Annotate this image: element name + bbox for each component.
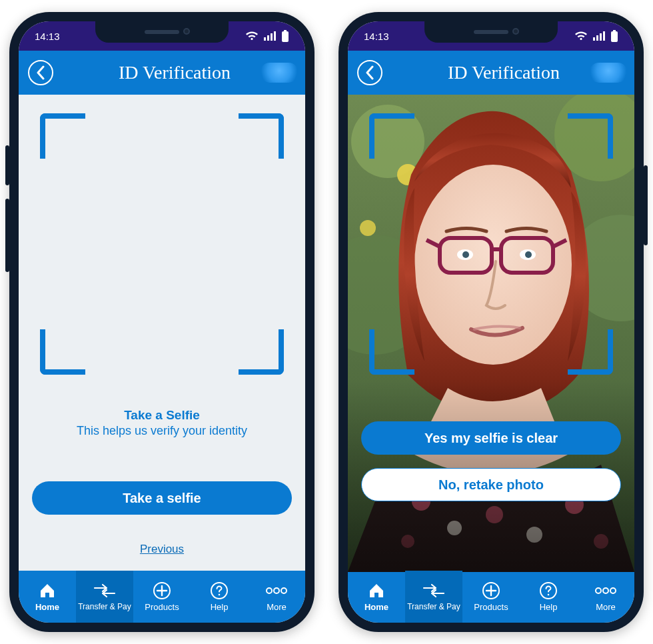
brand-logo [260,63,299,83]
tab-more-label: More [596,603,616,612]
svg-rect-1 [267,35,269,41]
wifi-icon [574,31,588,41]
tab-more[interactable]: More [577,571,634,623]
tab-help[interactable]: Help [191,571,248,623]
take-selfie-button[interactable]: Take a selfie [32,481,292,515]
svg-rect-16 [613,30,616,31]
chevron-left-icon [364,65,375,80]
svg-rect-0 [264,37,266,41]
status-time: 14:13 [35,31,60,42]
svg-point-47 [603,588,608,593]
svg-point-11 [281,588,287,593]
signal-icon [593,31,605,41]
status-icons [574,30,618,42]
tab-home-label: Home [35,603,59,612]
plus-circle-icon [153,581,171,600]
tab-help-label: Help [211,603,229,612]
notch [95,21,229,43]
navbar: ID Verification [19,51,305,95]
tab-transfer-pay[interactable]: Transfer & Pay [405,571,462,623]
confirm-selfie-button[interactable]: Yes my selfie is clear [361,421,621,455]
help-circle-icon [539,581,558,600]
battery-icon [281,30,289,42]
front-camera-icon [512,28,519,35]
back-button[interactable] [357,60,382,85]
status-time: 14:13 [364,31,389,42]
svg-point-24 [360,220,376,236]
viewfinder-frame [40,113,284,375]
tab-home[interactable]: Home [348,571,405,623]
svg-point-8 [219,594,221,596]
more-icon [594,587,617,595]
wifi-icon [245,31,259,41]
content-area: Yes my selfie is clear No, retake photo [348,95,634,571]
tab-bar: Home Transfer & Pay Products Help More [348,571,634,623]
svg-rect-15 [603,31,605,41]
tab-help[interactable]: Help [520,571,577,623]
plus-circle-icon [482,581,500,600]
tab-products[interactable]: Products [133,571,191,623]
svg-point-9 [267,588,272,593]
svg-point-46 [596,588,601,593]
instruction-sub: This helps us verify your identity [19,424,305,438]
tab-transfer-label: Transfer & Pay [78,603,131,611]
notch [424,21,558,43]
tab-transfer-pay[interactable]: Transfer & Pay [76,571,133,623]
phone-mockup-left: 14:13 ID Verification Take a Selfie [9,12,315,632]
screen: 14:13 ID Verification [348,21,634,623]
transfer-icon [422,583,445,599]
tab-home-label: Home [364,603,388,612]
take-selfie-label: Take a selfie [123,491,201,506]
screen: 14:13 ID Verification Take a Selfie [19,21,305,623]
previous-link-label: Previous [140,543,184,555]
chevron-left-icon [35,65,46,80]
svg-rect-4 [284,30,287,31]
frame-corner-icon [239,113,284,159]
more-icon [265,587,288,595]
transfer-icon [93,583,116,599]
tab-home[interactable]: Home [19,571,76,623]
svg-point-41 [525,251,532,258]
tab-more-label: More [267,603,287,612]
tab-products-label: Products [474,603,508,612]
phone-mockup-right: 14:13 ID Verification [338,12,644,632]
brand-logo [589,63,628,83]
svg-rect-14 [600,33,602,41]
tab-bar: Home Transfer & Pay Products Help More [19,571,305,623]
tab-transfer-label: Transfer & Pay [407,603,460,611]
retake-photo-label: No, retake photo [438,477,544,493]
svg-point-40 [462,251,469,258]
svg-rect-5 [282,31,289,42]
svg-rect-2 [271,33,273,41]
frame-corner-icon [40,329,85,375]
front-camera-icon [183,28,190,35]
tab-products-label: Products [145,603,179,612]
signal-icon [264,31,276,41]
back-button[interactable] [28,60,53,85]
navbar: ID Verification [348,51,634,95]
confirm-selfie-label: Yes my selfie is clear [424,431,558,446]
svg-point-45 [548,594,550,596]
battery-icon [610,30,618,42]
speaker-icon [474,30,508,34]
help-circle-icon [210,581,229,600]
svg-rect-3 [274,31,276,41]
instruction-text: Take a Selfie This helps us verify your … [19,408,305,438]
svg-point-48 [610,588,616,593]
home-icon [368,583,385,599]
retake-photo-button[interactable]: No, retake photo [361,468,621,501]
status-icons [245,30,289,42]
tab-more[interactable]: More [248,571,305,623]
speaker-icon [145,30,179,34]
svg-rect-12 [593,37,595,41]
tab-products[interactable]: Products [462,571,520,623]
frame-corner-icon [40,113,85,159]
frame-corner-icon [239,329,284,375]
content-area: Take a Selfie This helps us verify your … [19,95,305,571]
svg-rect-13 [596,35,598,41]
tab-help-label: Help [540,603,558,612]
instruction-heading: Take a Selfie [19,408,305,423]
svg-point-10 [274,588,279,593]
svg-rect-17 [611,31,618,42]
previous-link[interactable]: Previous [19,543,305,556]
